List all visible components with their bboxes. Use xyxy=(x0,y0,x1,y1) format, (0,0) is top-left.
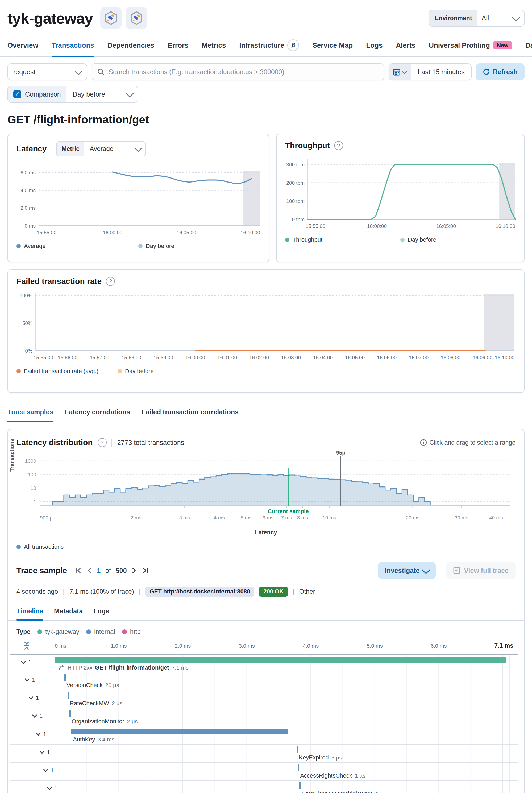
investigate-button[interactable]: Investigate xyxy=(378,562,436,579)
child-count: 1 xyxy=(39,713,42,720)
row-toggle[interactable]: 1 xyxy=(24,677,35,683)
fold-accordion-icon[interactable] xyxy=(24,642,29,649)
waterfall-row[interactable]: 1AccessRightsCheck1 µs xyxy=(10,762,518,781)
span-label[interactable]: VersionCheck20 µs xyxy=(66,682,119,689)
waterfall-row[interactable]: 1OrganizationMonitor2 µs xyxy=(10,708,518,726)
span-name: GET /flight-information/get xyxy=(95,664,169,671)
throughput-panel: Throughput ? 0 tpm100 tpm200 tpm300 tpm1… xyxy=(276,134,525,262)
span-label[interactable]: OrganizationMonitor2 µs xyxy=(72,718,137,725)
waterfall-row[interactable]: 1GranularAccessMiddleware1 µs xyxy=(10,780,518,793)
span-label[interactable]: AuthKey3.4 ms xyxy=(73,736,114,743)
span-bar[interactable] xyxy=(71,729,288,734)
help-icon[interactable]: ? xyxy=(98,438,107,447)
svg-text:4.0 ms: 4.0 ms xyxy=(20,188,36,193)
tab-timeline[interactable]: Timeline xyxy=(17,602,43,620)
span-tick[interactable] xyxy=(64,674,66,681)
comparison-value[interactable]: Day before xyxy=(66,86,125,102)
nav-tab-dashboards[interactable]: Dashboards xyxy=(525,34,532,56)
legend-dot xyxy=(122,629,127,634)
prev-page-icon[interactable] xyxy=(87,567,92,574)
nav-tab-universal-profiling[interactable]: Universal ProfilingNew xyxy=(429,34,512,56)
filter-bar: request Search transactions (E.g. transa… xyxy=(0,57,532,80)
tab-latency-correlations[interactable]: Latency correlations xyxy=(65,402,130,421)
time-range-value[interactable]: Last 15 minutes xyxy=(411,64,471,80)
waterfall-row[interactable]: 1VersionCheck20 µs xyxy=(10,672,518,690)
search-input[interactable]: Search transactions (E.g. transaction.du… xyxy=(92,63,384,80)
svg-text:1000: 1000 xyxy=(25,458,36,464)
first-page-icon[interactable] xyxy=(76,567,82,574)
span-tick[interactable] xyxy=(299,782,301,789)
svg-text:4.0 ms: 4.0 ms xyxy=(303,643,319,649)
latency-metric-select[interactable]: Metric Average xyxy=(56,141,146,156)
legend-item[interactable]: Throughput xyxy=(285,236,400,243)
row-toggle[interactable]: 1 xyxy=(47,785,57,792)
waterfall-row[interactable]: 1RateCheckMW2 µs xyxy=(10,690,518,709)
comparison-control: ✓ Comparison Day before xyxy=(7,86,138,103)
tab-logs[interactable]: Logs xyxy=(93,602,109,620)
environment-label: Environment xyxy=(429,10,477,26)
nav-tab-label: Service Map xyxy=(312,41,353,50)
svg-text:15:55:00: 15:55:00 xyxy=(37,230,56,235)
svg-text:16:05:00: 16:05:00 xyxy=(176,230,196,235)
tab-metadata[interactable]: Metadata xyxy=(54,602,83,620)
nav-tab-errors[interactable]: Errors xyxy=(168,34,188,56)
span-tick[interactable] xyxy=(298,764,299,771)
last-page-icon[interactable] xyxy=(141,567,148,574)
trace-url-badge[interactable]: GET http://host.docker.internal:8080 xyxy=(145,586,254,597)
span-label[interactable]: AccessRightsCheck1 µs xyxy=(300,772,365,779)
nav-tab-overview[interactable]: Overview xyxy=(7,34,38,56)
waterfall-row[interactable]: 1KeyExpired5 µs xyxy=(10,744,518,763)
waterfall-row[interactable]: 1HTTP 2xxGET /flight-information/get7.1 … xyxy=(10,654,518,673)
span-label[interactable]: GranularAccessMiddleware1 µs xyxy=(301,790,386,793)
date-picker[interactable]: Last 15 minutes xyxy=(388,63,472,80)
row-toggle[interactable]: 1 xyxy=(36,731,46,738)
tab-trace-samples[interactable]: Trace samples xyxy=(7,402,53,421)
apm-agent-icon-2[interactable] xyxy=(126,7,147,29)
environment-select[interactable]: Environment All xyxy=(429,10,525,26)
legend-item[interactable]: Failed transaction rate (avg.) xyxy=(17,368,98,375)
nav-tab-logs[interactable]: Logs xyxy=(366,34,382,56)
view-full-trace-button[interactable]: View full trace xyxy=(446,562,515,579)
app-header: tyk-gateway Environment All xyxy=(0,0,532,31)
span-label[interactable]: HTTP 2xxGET /flight-information/get7.1 m… xyxy=(58,664,189,671)
legend-item[interactable]: Day before xyxy=(118,368,154,375)
apm-agent-icon[interactable] xyxy=(100,7,121,29)
row-toggle[interactable]: 1 xyxy=(43,767,54,774)
row-toggle[interactable]: 1 xyxy=(21,659,32,666)
span-label[interactable]: RateCheckMW2 µs xyxy=(70,700,122,707)
svg-text:900 µs: 900 µs xyxy=(40,515,55,521)
span-tick[interactable] xyxy=(68,692,69,699)
legend-item[interactable]: Day before xyxy=(138,243,174,250)
legend-item[interactable]: Day before xyxy=(400,236,437,243)
span-label[interactable]: KeyExpired5 µs xyxy=(299,754,342,761)
nav-tab-alerts[interactable]: Alerts xyxy=(396,34,416,56)
latency-distribution-chart[interactable]: 110100100095pCurrent sample900 µs2 ms3 m… xyxy=(12,449,518,528)
latency-chart[interactable]: 0 ms2.0 ms4.0 ms6.0 ms15:55:0016:00:0016… xyxy=(11,158,265,243)
calendar-button[interactable] xyxy=(389,64,411,80)
row-toggle[interactable]: 1 xyxy=(32,713,42,720)
next-page-icon[interactable] xyxy=(132,567,136,574)
span-tick[interactable] xyxy=(297,746,298,753)
span-name: AuthKey xyxy=(73,736,95,743)
nav-tab-dependencies[interactable]: Dependencies xyxy=(108,34,154,56)
waterfall-row[interactable]: 1AuthKey3.4 ms xyxy=(10,726,518,744)
row-toggle[interactable]: 1 xyxy=(39,749,50,756)
legend-item[interactable]: Average xyxy=(17,243,138,250)
child-count: 1 xyxy=(36,695,39,701)
span-bar[interactable] xyxy=(55,657,506,663)
tab-failed-transaction-correlations[interactable]: Failed transaction correlations xyxy=(142,402,239,421)
transaction-type-select[interactable]: request xyxy=(7,63,87,80)
span-tick[interactable] xyxy=(70,710,71,717)
failed-rate-chart[interactable]: 0%50%100%15:55:0015:56:0015:57:0015:58:0… xyxy=(10,288,522,368)
row-toggle[interactable]: 1 xyxy=(28,695,39,701)
nav-tab-service-map[interactable]: Service Map xyxy=(312,34,353,56)
nav-tab-transactions[interactable]: Transactions xyxy=(52,34,94,56)
svg-text:20 ms: 20 ms xyxy=(406,515,420,521)
help-icon[interactable]: ? xyxy=(334,141,343,150)
throughput-chart[interactable]: 0 tpm100 tpm200 tpm300 tpm15:55:0016:00:… xyxy=(280,152,520,236)
refresh-button[interactable]: Refresh xyxy=(476,63,525,80)
nav-tab-metrics[interactable]: Metrics xyxy=(202,34,226,56)
help-icon[interactable]: ? xyxy=(106,277,115,286)
nav-tab-infrastructure[interactable]: Infrastructureβ xyxy=(239,34,299,56)
comparison-checkbox[interactable]: ✓ xyxy=(13,90,21,98)
